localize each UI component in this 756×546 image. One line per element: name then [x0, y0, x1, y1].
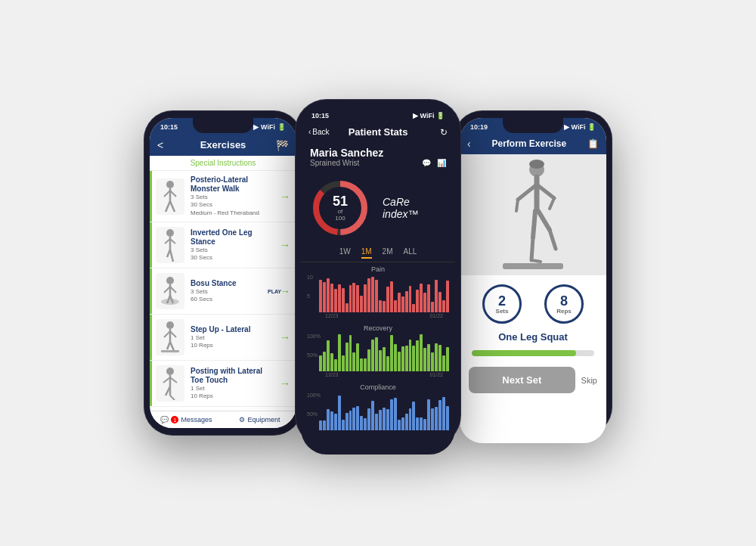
progress-bar-fill	[472, 350, 576, 356]
exercises-footer: 💬 1 Messages ⚙ Equipment	[150, 411, 296, 428]
right-notch	[503, 118, 563, 133]
play-btn-3[interactable]: PLAY	[268, 289, 281, 294]
left-notch	[193, 118, 253, 133]
bar-item	[349, 285, 352, 312]
back-label: Back	[312, 128, 329, 136]
svg-line-46	[538, 211, 550, 230]
bar-item	[383, 408, 386, 431]
exercise-name-1: Posterio-Lateral Monster Walk	[191, 175, 277, 194]
recovery-bar-chart: 100% 50%	[307, 333, 449, 371]
messages-button[interactable]: 💬 1 Messages	[150, 416, 223, 423]
bar-item	[423, 419, 426, 430]
stats-back-button[interactable]: ‹ Back	[308, 128, 330, 136]
left-phone: 10:15 ▶ WiFi 🔋 < Exercises 🏁 Special Ins…	[144, 110, 302, 436]
equipment-button[interactable]: ⚙ Equipment	[223, 416, 296, 423]
bar-item	[345, 413, 349, 431]
svg-line-32	[170, 396, 175, 400]
bar-item	[416, 417, 419, 430]
bar-item	[349, 411, 352, 430]
patient-info: Maria Sanchez Sprained Wrist 💬 📊	[301, 142, 455, 172]
patient-action-icons: 💬 📊	[422, 159, 446, 167]
exercise-item-3[interactable]: Bosu Stance 3 Sets 60 Secs PLAY →	[150, 268, 296, 315]
bar-item	[438, 292, 442, 313]
next-set-button[interactable]: Next Set	[469, 367, 575, 393]
center-notch	[345, 107, 411, 123]
compliance-y-mid: 50%	[307, 411, 318, 417]
perform-back-button[interactable]: ‹	[467, 138, 471, 150]
bar-item	[438, 345, 442, 371]
messages-badge: 1	[171, 416, 178, 423]
bar-item	[356, 285, 359, 313]
exercise-detail-5: 1 Set 10 Reps	[191, 385, 277, 401]
bar-item	[367, 349, 370, 372]
svg-rect-48	[503, 263, 563, 269]
bar-item	[371, 340, 374, 371]
bar-item	[327, 409, 330, 431]
exercise-title: One Leg Squat	[460, 328, 606, 346]
svg-point-6	[166, 229, 174, 237]
bar-item	[327, 340, 330, 372]
bar-item	[442, 355, 445, 372]
green-bar-1	[150, 171, 152, 222]
tab-1w[interactable]: 1W	[339, 247, 351, 259]
exercises-header: < Exercises 🏁	[150, 135, 296, 156]
bar-item	[386, 287, 389, 313]
left-time: 10:15	[160, 123, 178, 131]
recovery-chart-section: Recovery 100% 50% 12/23 01/22	[301, 321, 455, 380]
exercise-name-5: Posting with Lateral Toe Touch	[191, 367, 277, 385]
bar-item	[446, 406, 449, 430]
bar-item	[352, 283, 355, 312]
tab-1m[interactable]: 1M	[361, 247, 372, 259]
bar-item	[394, 398, 397, 431]
message-icon[interactable]: 💬	[422, 159, 431, 167]
exercises-back-button[interactable]: <	[157, 139, 163, 151]
bar-item	[330, 353, 333, 372]
skip-button[interactable]: Skip	[581, 376, 597, 385]
recovery-end-date: 01/22	[429, 372, 443, 377]
bar-item	[330, 284, 333, 313]
bar-item	[323, 352, 326, 372]
exercise-arrow-5[interactable]: →	[280, 377, 290, 389]
bar-item	[427, 344, 430, 372]
svg-line-11	[170, 250, 173, 262]
green-bar-2	[150, 222, 152, 268]
exercises-flag-icon: 🏁	[276, 139, 289, 151]
refresh-icon[interactable]: ↻	[440, 127, 448, 138]
care-total: 100	[333, 215, 348, 222]
bar-item	[323, 420, 326, 431]
exercise-item-4[interactable]: Step Up - Lateral 1 Set 10 Reps →	[150, 315, 296, 361]
bar-item	[364, 284, 367, 313]
bar-item	[364, 358, 367, 371]
pain-bar-chart: 10 5	[307, 275, 449, 312]
tab-all[interactable]: ALL	[404, 247, 417, 259]
sets-label: Sets	[496, 308, 509, 315]
left-phone-screen: 10:15 ▶ WiFi 🔋 < Exercises 🏁 Special Ins…	[150, 118, 296, 428]
exercise-item-1[interactable]: Posterio-Lateral Monster Walk 3 Sets 30 …	[150, 171, 296, 222]
exercise-figure-3	[160, 275, 181, 308]
exercise-item-5[interactable]: Posting with Lateral Toe Touch 1 Set 10 …	[150, 361, 296, 407]
right-phone-screen: 10:19 ▶ WiFi 🔋 ‹ Perform Exercise 📋	[460, 118, 606, 443]
bar-item	[442, 397, 445, 430]
exercise-arrow-4[interactable]: →	[280, 331, 290, 343]
stats-header: ‹ Back Patient Stats ↻	[301, 123, 455, 142]
left-status-icons: ▶ WiFi 🔋	[253, 123, 286, 131]
exercise-info-3: Bosu Stance 3 Sets 60 Secs	[191, 279, 277, 304]
bar-item	[334, 289, 337, 312]
bar-item	[412, 346, 415, 372]
exercise-arrow-1[interactable]: →	[280, 191, 290, 203]
pain-chart-section: Pain 10 5 12/23 01/22	[301, 262, 455, 321]
bar-item	[446, 281, 449, 313]
pain-dates: 12/23 01/22	[307, 312, 449, 318]
svg-line-44	[531, 237, 533, 260]
bar-item	[420, 284, 423, 312]
chart-icon[interactable]: 📊	[437, 159, 446, 167]
action-buttons: Next Set Skip	[460, 361, 606, 399]
bar-item	[394, 344, 397, 371]
exercise-detail-2: 3 Sets 30 Secs	[191, 247, 277, 262]
exercise-arrow-2[interactable]: →	[280, 239, 290, 251]
pain-start-date: 12/23	[325, 313, 339, 318]
exercise-list: Posterio-Lateral Monster Walk 3 Sets 30 …	[150, 171, 296, 407]
exercise-item-2[interactable]: Inverted One Leg Stance 3 Sets 30 Secs →	[150, 222, 296, 268]
exercise-arrow-3[interactable]: →	[280, 285, 290, 297]
tab-2m[interactable]: 2M	[383, 247, 393, 259]
